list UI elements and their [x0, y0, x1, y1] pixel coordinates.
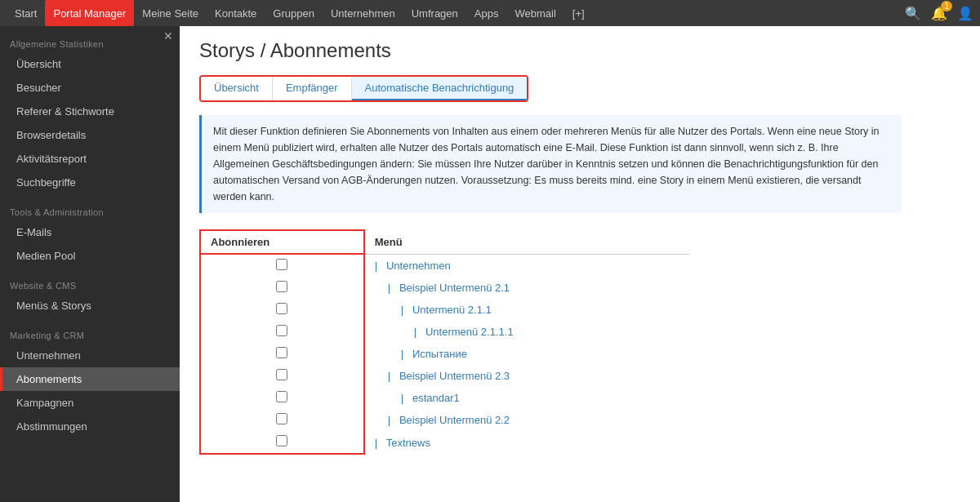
menu-label: | Beispiel Untermenü 2.2 [388, 414, 510, 426]
subscribe-checkbox[interactable] [276, 347, 287, 358]
subscribe-checkbox[interactable] [276, 369, 287, 380]
user-icon[interactable]: 👤 [957, 6, 973, 21]
menu-cell: | Untermenü 2.1.1 [364, 299, 689, 321]
main-content: Storys / Abonnements Übersicht Empfänger… [180, 26, 980, 502]
checkbox-cell [200, 387, 364, 409]
sidebar-item-medien-pool[interactable]: Medien Pool [0, 244, 180, 268]
table-row: | Испытание [200, 343, 689, 365]
tabs-container: Übersicht Empfänger Automatische Benachr… [199, 75, 528, 102]
nav-item-meine-seite[interactable]: Meine Seite [134, 0, 207, 26]
subscribe-table-container: Abonnieren Menü | Unternehmen| Beispiel … [199, 229, 689, 455]
nav-item-apps[interactable]: Apps [466, 0, 507, 26]
menu-label: | Beispiel Untermenü 2.1 [388, 282, 510, 294]
menu-label: | Textnews [375, 437, 430, 449]
main-layout: ✕ Allgemeine Statistiken Übersicht Besuc… [0, 26, 980, 502]
checkbox-cell [200, 343, 364, 365]
table-row: | Unternehmen [200, 254, 689, 277]
sidebar-item-abonnements[interactable]: Abonnements [0, 367, 180, 391]
checkbox-cell [200, 254, 364, 277]
tab-automatische-benachrichtigung[interactable]: Automatische Benachrichtigung [352, 77, 528, 100]
sidebar-item-aktivitatsreport[interactable]: Aktivitätsreport [0, 147, 180, 171]
table-row: | estandar1 [200, 387, 689, 409]
sidebar-item-besucher[interactable]: Besucher [0, 76, 180, 100]
checkbox-cell [200, 299, 364, 321]
table-row: | Beispiel Untermenü 2.3 [200, 365, 689, 387]
sidebar-section-marketing: Marketing & CRM [0, 318, 180, 344]
notification-icon[interactable]: 🔔 1 [931, 6, 947, 21]
subscribe-table: Abonnieren Menü | Unternehmen| Beispiel … [199, 229, 689, 455]
tab-ubersicht[interactable]: Übersicht [201, 77, 273, 100]
menu-cell: | Unternehmen [364, 254, 689, 277]
sidebar-item-unternehmen[interactable]: Unternehmen [0, 344, 180, 367]
sidebar-item-suchbegriffe[interactable]: Suchbegriffe [0, 171, 180, 194]
menu-cell: | Textnews [364, 431, 689, 454]
subscribe-checkbox[interactable] [276, 435, 287, 446]
sidebar-item-emails[interactable]: E-Mails [0, 220, 180, 244]
sidebar-item-abstimmungen[interactable]: Abstimmungen [0, 415, 180, 438]
subscribe-checkbox[interactable] [276, 413, 287, 424]
checkbox-cell [200, 321, 364, 343]
nav-item-portal-manager[interactable]: Portal Manager [45, 0, 134, 26]
info-text: Mit dieser Funktion definieren Sie Abonn… [213, 126, 880, 202]
nav-item-unternehmen[interactable]: Unternehmen [323, 0, 403, 26]
table-row: | Beispiel Untermenü 2.2 [200, 409, 689, 431]
col-header-abonnieren: Abonnieren [200, 230, 364, 254]
menu-cell: | Beispiel Untermenü 2.3 [364, 365, 689, 387]
sidebar-section-statistiken: Allgemeine Statistiken [0, 26, 180, 52]
top-navigation: Start Portal Manager Meine Seite Kontakt… [0, 0, 980, 26]
sidebar-item-browserdetails[interactable]: Browserdetails [0, 123, 180, 147]
nav-item-webmail[interactable]: Webmail [506, 0, 564, 26]
sidebar-section-tools: Tools & Administration [0, 194, 180, 220]
subscribe-checkbox[interactable] [276, 281, 287, 292]
col-header-menu: Menü [364, 230, 689, 254]
sidebar-item-ubersicht[interactable]: Übersicht [0, 52, 180, 76]
sidebar-item-kampagnen[interactable]: Kampagnen [0, 391, 180, 415]
checkbox-cell [200, 277, 364, 299]
menu-cell: | Beispiel Untermenü 2.1 [364, 277, 689, 299]
subscribe-checkbox[interactable] [276, 391, 287, 402]
tab-empfanger[interactable]: Empfänger [273, 77, 352, 100]
nav-item-gruppen[interactable]: Gruppen [265, 0, 323, 26]
menu-label: | Испытание [401, 348, 467, 360]
table-row: | Beispiel Untermenü 2.1 [200, 277, 689, 299]
sidebar-section-website: Website & CMS [0, 268, 180, 294]
menu-cell: | Untermenü 2.1.1.1 [364, 321, 689, 343]
checkbox-cell [200, 409, 364, 431]
top-nav-icons: 🔍 🔔 1 👤 [905, 6, 973, 21]
sidebar-close-button[interactable]: ✕ [163, 29, 173, 42]
menu-cell: | estandar1 [364, 387, 689, 409]
notification-badge: 1 [941, 1, 952, 11]
menu-label: | Untermenü 2.1.1 [401, 304, 492, 316]
checkbox-cell [200, 431, 364, 454]
menu-label: | Unternehmen [375, 260, 451, 272]
search-icon[interactable]: 🔍 [905, 6, 921, 21]
sidebar-item-menus-storys[interactable]: Menüs & Storys [0, 294, 180, 318]
nav-item-more[interactable]: [+] [564, 0, 593, 26]
menu-cell: | Beispiel Untermenü 2.2 [364, 409, 689, 431]
sidebar-item-referer[interactable]: Referer & Stichworte [0, 100, 180, 123]
nav-item-start[interactable]: Start [7, 0, 45, 26]
table-row: | Textnews [200, 431, 689, 454]
menu-label: | Untermenü 2.1.1.1 [414, 326, 514, 338]
info-box: Mit dieser Funktion definieren Sie Abonn… [199, 115, 902, 213]
nav-item-umfragen[interactable]: Umfragen [403, 0, 466, 26]
page-title: Storys / Abonnements [199, 39, 960, 62]
nav-item-kontakte[interactable]: Kontakte [207, 0, 265, 26]
sidebar: ✕ Allgemeine Statistiken Übersicht Besuc… [0, 26, 180, 502]
menu-label: | Beispiel Untermenü 2.3 [388, 370, 510, 382]
menu-cell: | Испытание [364, 343, 689, 365]
table-row: | Untermenü 2.1.1.1 [200, 321, 689, 343]
checkbox-cell [200, 365, 364, 387]
subscribe-checkbox[interactable] [276, 325, 287, 336]
subscribe-checkbox[interactable] [276, 259, 287, 270]
subscribe-checkbox[interactable] [276, 303, 287, 314]
table-row: | Untermenü 2.1.1 [200, 299, 689, 321]
menu-label: | estandar1 [401, 392, 460, 404]
